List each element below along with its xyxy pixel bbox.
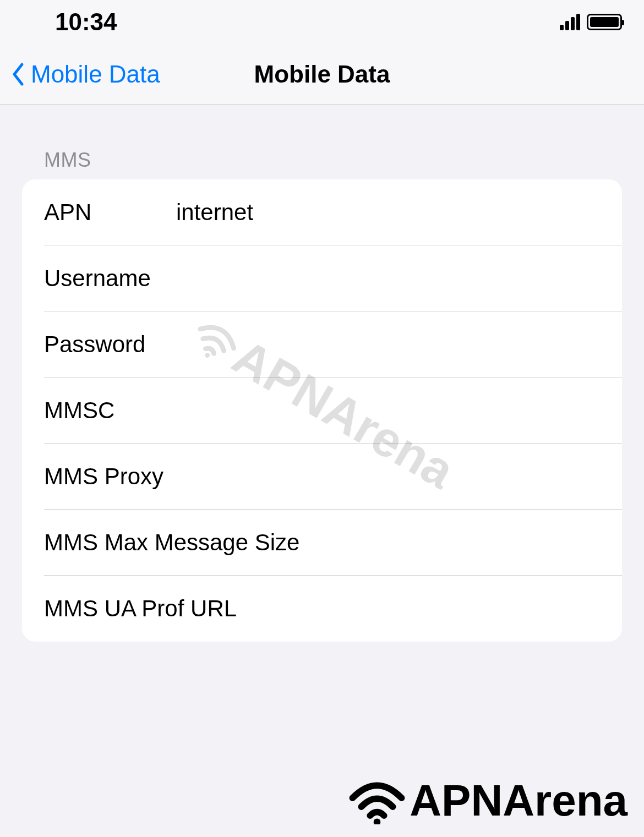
navigation-bar: Mobile Data Mobile Data [0, 44, 644, 105]
settings-group-mms: APN Username Password MMSC MMS Proxy MMS… [22, 179, 622, 642]
input-password[interactable] [176, 331, 600, 358]
page-title: Mobile Data [254, 61, 390, 88]
row-mms-ua-prof[interactable]: MMS UA Prof URL [22, 576, 622, 642]
label-mms-proxy: MMS Proxy [44, 463, 176, 490]
status-indicators [560, 14, 622, 30]
row-mms-proxy[interactable]: MMS Proxy [22, 444, 622, 510]
chevron-left-icon [11, 62, 24, 86]
content-area: MMS APN Username Password MMSC MMS Proxy… [0, 105, 644, 642]
status-time: 10:34 [55, 8, 117, 36]
wifi-icon [347, 778, 407, 824]
cellular-signal-icon [560, 14, 580, 30]
input-mms-ua-prof[interactable] [237, 595, 600, 622]
watermark-text: APNArena [410, 775, 627, 826]
row-mmsc[interactable]: MMSC [22, 378, 622, 444]
row-apn[interactable]: APN [22, 179, 622, 245]
row-password[interactable]: Password [22, 311, 622, 378]
input-apn[interactable] [176, 199, 600, 226]
label-password: Password [44, 331, 176, 358]
row-username[interactable]: Username [22, 245, 622, 311]
status-bar: 10:34 [0, 0, 644, 44]
input-username[interactable] [176, 265, 600, 292]
back-button[interactable]: Mobile Data [11, 61, 160, 88]
svg-point-1 [374, 818, 381, 824]
label-mmsc: MMSC [44, 397, 176, 424]
watermark-bottom: APNArena [347, 775, 627, 826]
label-mms-max-size: MMS Max Message Size [44, 529, 299, 556]
input-mms-proxy[interactable] [176, 463, 600, 490]
battery-icon [587, 14, 622, 30]
row-mms-max-size[interactable]: MMS Max Message Size [22, 510, 622, 576]
label-apn: APN [44, 199, 176, 226]
section-header-mms: MMS [22, 149, 622, 179]
label-mms-ua-prof: MMS UA Prof URL [44, 595, 237, 622]
back-label: Mobile Data [31, 61, 160, 88]
label-username: Username [44, 265, 176, 292]
input-mmsc[interactable] [176, 397, 600, 424]
input-mms-max-size[interactable] [299, 529, 600, 556]
